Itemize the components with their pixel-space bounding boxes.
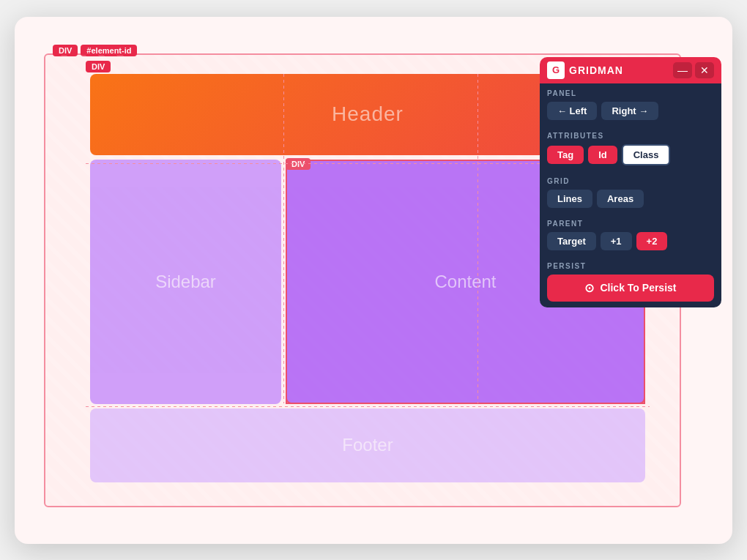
persist-icon: ⊙: [584, 281, 594, 295]
gridman-panel: G GRIDMAN — ✕ PANEL ← Left Right → ATTRI…: [540, 57, 721, 307]
grid-vline-2: [477, 74, 478, 403]
grid-section: GRID Lines Areas: [540, 171, 721, 214]
parent-btn-row: Target +1 +2: [547, 232, 714, 250]
grid-btn-row: Lines Areas: [547, 190, 714, 208]
logo-letter: G: [552, 64, 560, 75]
class-button[interactable]: Class: [622, 144, 671, 165]
minimize-button[interactable]: —: [673, 62, 692, 78]
left-button[interactable]: ← Left: [547, 102, 597, 120]
panel-section-label: PANEL: [547, 89, 714, 97]
panel-title-text: GRIDMAN: [569, 64, 623, 76]
target-button[interactable]: Target: [547, 232, 596, 250]
plus1-button[interactable]: +1: [601, 232, 632, 250]
tag-button[interactable]: Tag: [547, 146, 584, 164]
parent-section: PARENT Target +1 +2: [540, 214, 721, 256]
sidebar-text: Sidebar: [155, 272, 216, 292]
persist-button-label: Click To Persist: [600, 282, 676, 294]
areas-button[interactable]: Areas: [597, 190, 644, 208]
corner-br-icon: [636, 395, 645, 404]
panel-title-left: G GRIDMAN: [547, 61, 623, 79]
attributes-section: ATTRIBUTES Tag Id Class: [540, 126, 721, 171]
header-text: Header: [332, 102, 404, 126]
panel-title-controls: — ✕: [673, 62, 714, 78]
content-text: Content: [434, 272, 496, 292]
lines-button[interactable]: Lines: [547, 190, 592, 208]
persist-section: PERSIST ⊙ Click To Persist: [540, 256, 721, 307]
close-button[interactable]: ✕: [695, 62, 714, 78]
corner-bl-icon: [286, 395, 294, 404]
corner-tl-icon: [286, 160, 294, 168]
panel-section: PANEL ← Left Right →: [540, 83, 721, 126]
footer-text: Footer: [342, 435, 393, 455]
attributes-section-label: ATTRIBUTES: [547, 132, 714, 140]
outer-div-id-badge: #element-id: [81, 45, 137, 56]
persist-section-label: PERSIST: [547, 262, 714, 270]
outer-div-badge: DIV: [53, 45, 78, 56]
outer-div-label-group: DIV #element-id: [53, 45, 137, 56]
grid-section-label: GRID: [547, 177, 714, 185]
parent-section-label: PARENT: [547, 220, 714, 228]
persist-button[interactable]: ⊙ Click To Persist: [547, 275, 714, 302]
grid-hline-2: [86, 406, 650, 407]
panel-titlebar: G GRIDMAN — ✕: [540, 57, 721, 83]
plus2-button[interactable]: +2: [636, 232, 668, 250]
sidebar-cell: Sidebar: [90, 160, 281, 404]
attributes-btn-row: Tag Id Class: [547, 144, 714, 165]
right-button[interactable]: Right →: [601, 102, 658, 120]
g-logo: G: [547, 61, 565, 79]
grid-vline-1: [283, 74, 284, 403]
id-button[interactable]: Id: [588, 146, 617, 164]
panel-btn-row: ← Left Right →: [547, 102, 714, 120]
footer-cell: Footer: [90, 408, 645, 482]
app-window: DIV #element-id DIV Header Sidebar: [15, 17, 732, 544]
